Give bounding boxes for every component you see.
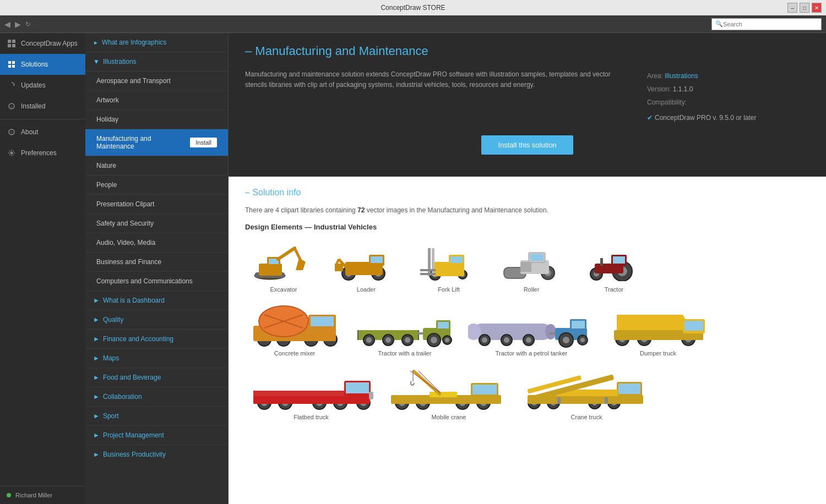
sol-info-prefix: There are 4 clipart libraries containing <box>245 206 356 214</box>
forward-button[interactable]: ▶ <box>15 20 21 29</box>
svg-rect-4 <box>8 61 11 64</box>
mid-section-maps[interactable]: ► Maps <box>85 348 228 368</box>
excavator-img <box>248 240 319 284</box>
mid-section-dashboard-label: What is a Dashboard <box>103 297 165 304</box>
tractor-tanker-label: Tractor with a petrol tanker <box>496 350 567 357</box>
mid-item-holiday[interactable]: Holiday <box>85 109 228 129</box>
mid-item-nature-label: Nature <box>96 162 116 169</box>
content-header: – Manufacturing and Maintenance Manufact… <box>229 33 826 177</box>
mid-item-presentation[interactable]: Presentation Clipart <box>85 194 228 213</box>
svg-rect-5 <box>12 61 15 64</box>
vehicle-tractor-trailer: Tractor with a trailer <box>350 304 460 357</box>
svg-rect-7 <box>12 65 15 68</box>
maximize-button[interactable]: □ <box>800 3 809 13</box>
svg-point-70 <box>366 337 372 343</box>
project-arrow-icon: ► <box>93 431 100 439</box>
sidebar-item-solutions-label: Solutions <box>21 61 48 68</box>
svg-rect-82 <box>438 322 449 328</box>
mid-item-computers[interactable]: Computers and Communications <box>85 271 228 291</box>
sidebar-divider <box>0 119 85 119</box>
install-solution-button[interactable]: Install this solution <box>481 135 573 155</box>
mid-section-sport-label: Sport <box>103 412 119 420</box>
refresh-button[interactable]: ↻ <box>25 20 31 28</box>
sidebar-item-installed[interactable]: i Installed <box>0 96 85 117</box>
mid-item-people[interactable]: People <box>85 175 228 194</box>
refresh-icon <box>7 80 17 90</box>
vehicle-dumper-truck: Dumper truck <box>603 304 713 357</box>
svg-rect-62 <box>311 316 334 326</box>
installed-icon: i <box>7 101 17 111</box>
meta-compat-value: ConceptDraw PRO v. 9.5.0 or later <box>655 111 757 124</box>
collaboration-arrow-icon: ► <box>93 393 100 401</box>
mid-section-infographics[interactable]: ► What are Infographics <box>85 33 228 52</box>
mid-item-aerospace[interactable]: Aerospace and Transport <box>85 71 228 90</box>
meta-version-value: 1.1.1.0 <box>673 85 693 93</box>
search-input[interactable] <box>723 21 817 28</box>
user-name: Richard Miller <box>15 492 52 498</box>
tractor-tanker-img <box>468 304 595 348</box>
mid-section-project[interactable]: ► Project Management <box>85 425 228 445</box>
mid-item-presentation-label: Presentation Clipart <box>96 200 154 208</box>
vehicle-roller: Roller <box>493 240 570 293</box>
svg-point-95 <box>563 337 569 343</box>
infographics-arrow-icon: ► <box>93 40 99 46</box>
svg-rect-134 <box>472 385 497 395</box>
mid-section-food[interactable]: ► Food and Beverage <box>85 368 228 387</box>
forklift-img <box>413 240 485 284</box>
svg-rect-150 <box>618 384 640 394</box>
close-button[interactable]: ✕ <box>812 3 822 13</box>
sidebar-item-preferences[interactable]: Preferences <box>0 143 85 163</box>
sol-info-suffix: vector images in the Manufacturing and M… <box>367 206 548 214</box>
mid-section-finance[interactable]: ► Finance and Accounting <box>85 329 228 348</box>
sidebar-item-updates[interactable]: Updates <box>0 75 85 96</box>
sidebar-item-solutions[interactable]: Solutions <box>0 54 85 75</box>
mid-item-manufacturing[interactable]: Manufacturing and Maintenance Install <box>85 129 228 156</box>
svg-rect-27 <box>371 256 383 263</box>
svg-rect-37 <box>428 248 431 276</box>
minimize-button[interactable]: – <box>787 3 797 13</box>
tractor-img <box>578 240 650 284</box>
svg-rect-47 <box>520 262 531 272</box>
svg-rect-0 <box>8 40 11 43</box>
sidebar: ConceptDraw Apps Solutions Updates i Ins… <box>0 33 85 504</box>
mid-item-aerospace-label: Aerospace and Transport <box>96 77 171 85</box>
search-box: 🔍 <box>711 18 822 30</box>
mid-section-business-prod[interactable]: ► Business Productivity <box>85 445 228 464</box>
vehicles-grid-row1: Excavator <box>245 240 809 293</box>
mid-item-business-label: Business and Finance <box>96 258 161 266</box>
svg-rect-39 <box>420 269 436 271</box>
sidebar-item-about[interactable]: i About <box>0 122 85 143</box>
vehicle-crane: Mobile crane <box>383 368 515 420</box>
vehicle-excavator: Excavator <box>245 240 322 293</box>
mid-section-sport[interactable]: ► Sport <box>85 406 228 425</box>
mid-section-collaboration[interactable]: ► Collaboration <box>85 387 228 406</box>
mid-item-artwork[interactable]: Artwork <box>85 90 228 109</box>
svg-rect-122 <box>346 382 369 393</box>
sidebar-item-about-label: About <box>21 128 38 136</box>
mid-item-safety[interactable]: Safety and Security <box>85 213 228 233</box>
sidebar-item-updates-label: Updates <box>21 81 46 89</box>
svg-rect-1 <box>12 40 15 43</box>
sol-info-count: 72 <box>357 206 365 214</box>
user-section: Richard Miller <box>0 486 85 504</box>
mid-section-illustrations[interactable]: ▼ Illustrations <box>85 52 228 71</box>
crane-truck-label: Crane truck <box>571 414 602 420</box>
content-area: – Manufacturing and Maintenance Manufact… <box>229 33 826 504</box>
loader-label: Loader <box>357 286 376 293</box>
mid-section-dashboard[interactable]: ► What is a Dashboard <box>85 291 228 310</box>
mid-item-audio-label: Audio, Video, Media <box>96 239 155 246</box>
back-button[interactable]: ◀ <box>4 20 10 29</box>
mid-item-people-label: People <box>96 181 117 189</box>
mid-item-business[interactable]: Business and Finance <box>85 252 228 271</box>
mid-item-audio[interactable]: Audio, Video, Media <box>85 233 228 252</box>
meta-area-label: Area: <box>647 72 663 80</box>
sidebar-item-apps[interactable]: ConceptDraw Apps <box>0 33 85 54</box>
mid-section-quality[interactable]: ► Quality <box>85 310 228 329</box>
mid-item-nature[interactable]: Nature <box>85 156 228 175</box>
svg-rect-123 <box>369 392 373 399</box>
svg-rect-108 <box>684 321 703 331</box>
excavator-label: Excavator <box>270 286 297 293</box>
puzzle-icon <box>7 59 17 69</box>
mid-install-button[interactable]: Install <box>190 138 217 147</box>
mid-section-infographics-label: What are Infographics <box>102 39 166 46</box>
